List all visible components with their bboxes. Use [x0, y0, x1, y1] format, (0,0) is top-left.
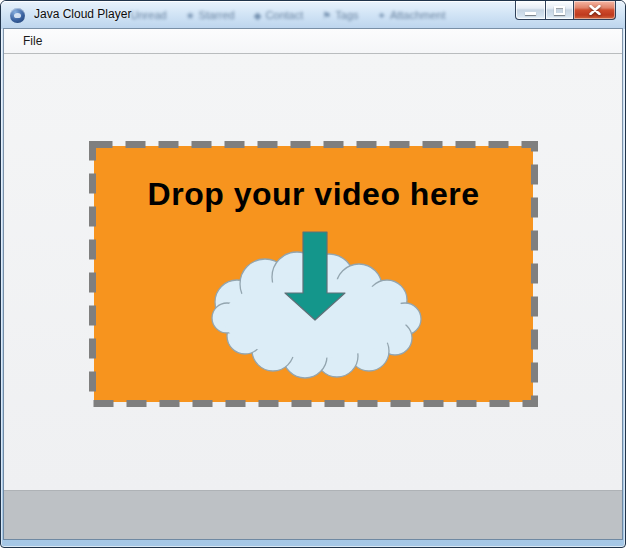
ghost-label: Contact — [265, 9, 303, 21]
maximize-icon — [554, 6, 565, 15]
window-controls — [516, 1, 616, 20]
status-bar — [4, 490, 622, 539]
ghost-item: ✦ Attachment — [378, 9, 446, 21]
app-icon[interactable] — [10, 8, 25, 23]
app-window: ▪ Unread ★ Starred ◆ Contact ⚑ Tags ✦ At… — [0, 0, 626, 548]
window-title: Java Cloud Player — [34, 7, 131, 21]
glass-background-artifacts: ▪ Unread ★ Starred ◆ Contact ⚑ Tags ✦ At… — [123, 1, 446, 29]
ghost-attachment-icon: ✦ — [378, 10, 386, 21]
ghost-item: ◆ Contact — [254, 9, 304, 21]
ghost-label: Starred — [199, 9, 235, 21]
drop-zone-label: Drop your video here — [92, 176, 535, 213]
content-area: Drop your video here — [4, 54, 622, 490]
cloud-download-illustration — [199, 230, 431, 380]
ghost-tag-icon: ⚑ — [322, 10, 331, 21]
minimize-button[interactable] — [515, 1, 546, 20]
maximize-button[interactable] — [545, 1, 574, 20]
ghost-item: ⚑ Tags — [322, 9, 358, 21]
menu-bar: File — [4, 29, 622, 54]
ghost-contact-icon: ◆ — [254, 10, 262, 21]
close-icon — [589, 5, 601, 15]
client-area: File Drop your video here — [4, 29, 622, 539]
video-drop-zone[interactable]: Drop your video here — [92, 144, 535, 404]
close-button[interactable] — [573, 1, 616, 20]
ghost-star-icon: ★ — [186, 10, 195, 21]
minimize-icon — [525, 12, 536, 15]
ghost-label: Unread — [131, 9, 167, 21]
ghost-item: ★ Starred — [186, 9, 235, 21]
menu-file[interactable]: File — [14, 31, 51, 51]
ghost-label: Attachment — [390, 9, 446, 21]
ghost-label: Tags — [335, 9, 358, 21]
